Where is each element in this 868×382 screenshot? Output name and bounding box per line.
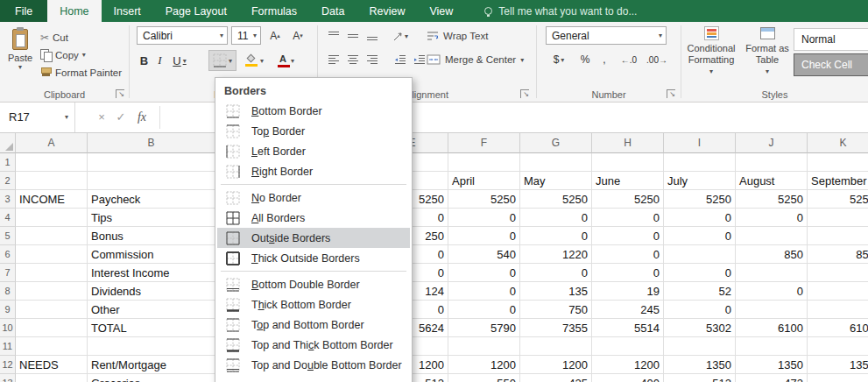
cell-J11[interactable] (736, 337, 808, 356)
conditional-formatting-button[interactable]: Conditional Formatting ▾ (683, 24, 739, 84)
cell-J9[interactable] (736, 301, 808, 319)
tab-home[interactable]: Home (47, 0, 101, 22)
cell-H11[interactable] (592, 337, 664, 356)
column-header-B[interactable]: B (88, 133, 215, 153)
cell-F9[interactable]: 0 (448, 301, 520, 319)
cell-F6[interactable]: 540 (448, 245, 520, 264)
cell-G3[interactable]: 5250 (520, 190, 592, 209)
cell-G7[interactable]: 0 (520, 264, 592, 282)
orientation-button[interactable]: ▾ (392, 27, 409, 45)
accounting-format-button[interactable]: $▾ (546, 50, 572, 69)
column-header-G[interactable]: G (520, 133, 592, 153)
align-left-button[interactable] (325, 51, 342, 68)
column-header-F[interactable]: F (448, 133, 520, 153)
cell-I6[interactable] (664, 245, 736, 264)
format-painter-button[interactable]: Format Painter (40, 64, 122, 81)
column-header-I[interactable]: I (664, 133, 736, 153)
cell-J6[interactable]: 850 (736, 245, 808, 264)
tab-view[interactable]: View (417, 0, 465, 22)
cell-F7[interactable]: 0 (448, 264, 520, 282)
cell-B2[interactable] (88, 172, 215, 190)
menu-item-all-borders[interactable]: All Borders (217, 208, 410, 228)
cell-I7[interactable]: 0 (664, 264, 736, 282)
cell-J1[interactable] (736, 153, 808, 172)
cell-K11[interactable] (808, 337, 868, 356)
cell-H13[interactable]: 400 (592, 374, 664, 382)
menu-item-thick-outside-borders[interactable]: Thick Outside Borders (217, 248, 410, 268)
format-as-table-button[interactable]: Format as Table ▾ (741, 24, 794, 84)
tab-formulas[interactable]: Formulas (239, 0, 309, 22)
cell-K6[interactable]: 850 (808, 245, 868, 264)
tell-me[interactable]: Tell me what you want to do... (484, 0, 637, 22)
row-header-10[interactable]: 10 (0, 319, 16, 337)
cell-B8[interactable]: Dividends (88, 282, 215, 301)
insert-function-button[interactable]: fx (133, 103, 151, 132)
cell-A7[interactable] (16, 264, 88, 282)
clipboard-dialog-launcher-icon[interactable]: ↘ (116, 89, 124, 98)
align-center-button[interactable] (344, 51, 362, 68)
paste-button[interactable]: Paste ▾ (3, 25, 38, 86)
decrease-indent-button[interactable] (392, 51, 409, 68)
cut-button[interactable]: ✂ Cut (40, 29, 68, 46)
cell-H2[interactable]: June (592, 172, 664, 190)
cell-A12[interactable]: NEEDS (16, 356, 88, 374)
cell-J13[interactable]: 473 (736, 374, 808, 382)
cell-B12[interactable]: Rent/Mortgage (88, 356, 215, 374)
cell-K8[interactable] (808, 282, 868, 301)
menu-item-top-and-double-bottom-border[interactable]: Top and Double Bottom Border (217, 355, 410, 375)
row-header-9[interactable]: 9 (0, 301, 16, 319)
cell-J5[interactable] (736, 227, 808, 245)
cell-G6[interactable]: 1220 (520, 245, 592, 264)
column-header-J[interactable]: J (736, 133, 808, 153)
cell-I4[interactable]: 0 (664, 209, 736, 227)
cell-K3[interactable]: 5250 (808, 190, 868, 209)
cell-G12[interactable]: 1200 (520, 356, 592, 374)
cell-A5[interactable] (16, 227, 88, 245)
cell-A1[interactable] (16, 153, 88, 172)
cell-B11[interactable] (88, 337, 215, 356)
cell-B10[interactable]: TOTAL (88, 319, 215, 337)
cell-H4[interactable]: 0 (592, 209, 664, 227)
cell-F13[interactable]: 550 (448, 374, 520, 382)
cell-G9[interactable]: 750 (520, 301, 592, 319)
cell-J10[interactable]: 6100 (736, 319, 808, 337)
cell-G5[interactable]: 0 (520, 227, 592, 245)
row-header-13[interactable]: 13 (0, 374, 16, 382)
align-right-button[interactable] (363, 51, 381, 68)
cell-G8[interactable]: 135 (520, 282, 592, 301)
cell-H1[interactable] (592, 153, 664, 172)
cell-G13[interactable]: 425 (520, 374, 592, 382)
cell-A3[interactable]: INCOME (16, 190, 88, 209)
cell-A4[interactable] (16, 209, 88, 227)
cell-J3[interactable]: 5250 (736, 190, 808, 209)
cell-I1[interactable] (664, 153, 736, 172)
cell-I11[interactable] (664, 337, 736, 356)
cell-H12[interactable]: 1200 (592, 356, 664, 374)
cell-I13[interactable]: 512 (664, 374, 736, 382)
font-color-button[interactable]: A ▾ (272, 50, 300, 71)
cell-B4[interactable]: Tips (88, 209, 215, 227)
cell-I3[interactable]: 5250 (664, 190, 736, 209)
cell-B5[interactable]: Bonus (88, 227, 215, 245)
cell-F8[interactable]: 0 (448, 282, 520, 301)
cell-I9[interactable]: 0 (664, 301, 736, 319)
row-header-8[interactable]: 8 (0, 282, 16, 301)
cell-I12[interactable]: 1350 (664, 356, 736, 374)
cell-I5[interactable]: 0 (664, 227, 736, 245)
cell-K7[interactable] (808, 264, 868, 282)
cell-H9[interactable]: 245 (592, 301, 664, 319)
row-header-6[interactable]: 6 (0, 245, 16, 264)
cell-A8[interactable] (16, 282, 88, 301)
cell-F2[interactable]: April (448, 172, 520, 190)
tab-file[interactable]: File (0, 0, 47, 22)
cell-A13[interactable] (16, 374, 88, 382)
cell-G11[interactable] (520, 337, 592, 356)
font-size-select[interactable]: 11 ▾ (231, 26, 261, 45)
increase-font-size-button[interactable]: A▴ (265, 26, 286, 45)
cell-F11[interactable] (448, 337, 520, 356)
cell-K1[interactable] (808, 153, 868, 172)
row-header-3[interactable]: 3 (0, 190, 16, 209)
italic-button[interactable]: I (153, 50, 166, 71)
font-name-select[interactable]: Calibri ▾ (137, 26, 228, 45)
cell-A6[interactable] (16, 245, 88, 264)
